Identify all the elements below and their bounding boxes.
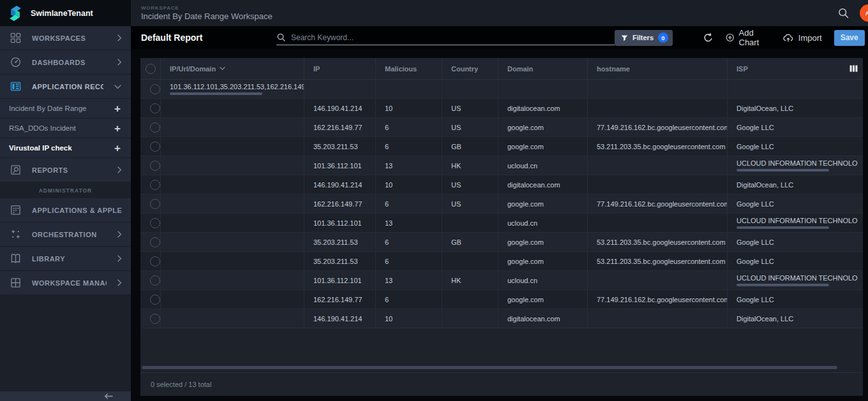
cell-text: 35.203.211.53 [313, 143, 375, 150]
add-record-icon[interactable]: + [114, 143, 121, 154]
row-checkbox[interactable] [150, 275, 160, 286]
select-all-checkbox[interactable] [146, 64, 156, 74]
cell-text: 162.216.149.77 [313, 200, 375, 208]
table-row[interactable]: 162.216.149.776USgoogle.com77.149.216.16… [140, 194, 863, 214]
sidebar-record-item[interactable]: Virustoal IP check+ [0, 138, 131, 158]
row-checkbox[interactable] [150, 314, 160, 324]
add-record-icon[interactable]: + [114, 103, 121, 114]
table-cell: Google LLC [728, 290, 863, 309]
sidebar-record-item[interactable]: Incident By Date Range+ [0, 99, 131, 119]
tenant-name: SwimlaneTenant [31, 9, 93, 18]
column-header[interactable]: Domain [498, 58, 588, 79]
table-cell [161, 271, 304, 289]
cell-text: US [451, 124, 498, 131]
sidebar-collapse-bar[interactable] [0, 391, 131, 401]
row-select-cell [140, 194, 161, 213]
cell-text: Google LLC [737, 200, 858, 208]
row-checkbox[interactable] [150, 199, 160, 209]
sidebar-item-workspace-management[interactable]: WORKSPACE MANAGEMENT [0, 271, 131, 295]
add-chart-button[interactable]: Add Chart [726, 28, 770, 47]
add-chart-label: Add Chart [739, 28, 770, 47]
sidebar-item-workspaces[interactable]: WORKSPACES [0, 26, 131, 50]
table-cell: 146.190.41.214 [304, 175, 376, 194]
table-row[interactable]: 101.36.112.10113ucloud.cnUCLOUD INFORMAT… [140, 214, 863, 233]
column-header[interactable]: Country [442, 58, 498, 79]
sidebar-item-orchestration[interactable]: ORCHESTRATION [0, 222, 131, 247]
column-header-label: hostname [597, 65, 630, 73]
table-cell: US [442, 175, 498, 194]
horizontal-scrollbar[interactable] [142, 366, 837, 369]
table-row[interactable]: 101.36.112.10113HKucloud.cnUCLOUD INFORM… [140, 271, 863, 290]
cell-text: US [451, 105, 498, 112]
column-picker-icon[interactable] [849, 65, 858, 72]
cell-text: UCLOUD INFORMATION TECHNOLOG [737, 159, 858, 167]
import-button[interactable]: Import [782, 33, 822, 43]
cell-text: 101.36.112.101 [313, 219, 375, 227]
cell-overflow-scrollbar[interactable] [170, 92, 262, 95]
table-cell [161, 252, 304, 270]
table-row[interactable]: 146.190.41.21410USdigitalocean.comDigita… [140, 99, 863, 118]
table-row[interactable]: 162.216.149.776google.com77.149.216.162.… [140, 290, 863, 309]
column-header[interactable]: ISP [728, 58, 863, 79]
row-checkbox[interactable] [150, 218, 160, 228]
row-checkbox[interactable] [150, 161, 160, 171]
column-header[interactable]: IP/Url/Domain [161, 58, 304, 79]
table-row[interactable]: 146.190.41.21410digitalocean.comDigitalO… [140, 309, 863, 328]
table-row[interactable]: 146.190.41.21410USdigitalocean.comDigita… [140, 175, 863, 194]
search-keyword-input[interactable] [291, 33, 615, 42]
row-checkbox[interactable] [150, 103, 160, 113]
cell-text: digitalocean.com [507, 315, 587, 323]
cell-text: 6 [385, 238, 442, 246]
cell-text: DigitalOcean, LLC [737, 181, 858, 189]
table-row[interactable]: 162.216.149.776USgoogle.com77.149.216.16… [140, 118, 863, 137]
row-checkbox[interactable] [150, 122, 160, 133]
sidebar-item-library[interactable]: LIBRARY [0, 247, 131, 271]
column-header[interactable]: IP [304, 58, 376, 79]
table-cell: 53.211.203.35.bc.googleusercontent.com [588, 252, 728, 270]
row-checkbox[interactable] [150, 256, 160, 266]
user-avatar[interactable]: AI [860, 4, 868, 22]
cell-text: 146.190.41.214 [313, 315, 375, 323]
refresh-button[interactable] [703, 33, 714, 43]
cell-text: google.com [507, 124, 587, 131]
table-row[interactable]: 101.36.112.101,35.203.211.53,162.216.149… [140, 80, 863, 99]
table-cell: 101.36.112.101,35.203.211.53,162.216.149… [161, 80, 304, 98]
add-record-icon[interactable]: + [114, 123, 121, 134]
table-cell: GB [442, 233, 498, 251]
global-search-icon[interactable] [837, 7, 849, 19]
row-checkbox[interactable] [150, 295, 160, 305]
table-row[interactable]: 101.36.112.10113HKucloud.cnUCLOUD INFORM… [140, 156, 863, 175]
row-checkbox[interactable] [150, 84, 160, 94]
table-cell [442, 309, 498, 328]
sidebar-item-reports[interactable]: REPORTS [0, 158, 131, 182]
column-header-label: Domain [507, 65, 533, 73]
cell-overflow-scrollbar[interactable] [737, 226, 829, 229]
save-button[interactable]: Save [834, 30, 865, 46]
sidebar-item-applications-applets[interactable]: APPLICATIONS & APPLETS [0, 198, 131, 222]
row-checkbox[interactable] [150, 142, 160, 152]
sidebar-item-application-records[interactable]: APPLICATION RECORDS [0, 75, 131, 99]
cell-overflow-scrollbar[interactable] [737, 169, 829, 171]
filters-button[interactable]: Filters 0 [615, 30, 673, 46]
chevron-right-icon [117, 166, 122, 174]
table-header-row: IP/Url/DomainIPMaliciousCountryDomainhos… [140, 58, 863, 80]
row-checkbox[interactable] [150, 237, 160, 247]
row-checkbox[interactable] [150, 180, 160, 190]
table-cell [588, 271, 728, 289]
sidebar-record-item[interactable]: RSA_DDOs Incident+ [0, 119, 131, 138]
column-header[interactable]: hostname [588, 58, 728, 79]
table-row[interactable]: 35.203.211.536GBgoogle.com53.211.203.35.… [140, 233, 863, 252]
table-cell [498, 80, 588, 98]
collapse-arrow-left-icon [104, 393, 113, 399]
cell-overflow-scrollbar[interactable] [737, 284, 829, 286]
table-cell: digitalocean.com [498, 99, 588, 117]
cell-text: 10 [385, 181, 442, 189]
workspaces-icon [9, 32, 22, 45]
table-row[interactable]: 35.203.211.536GBgoogle.com53.211.203.35.… [140, 137, 863, 156]
cell-text: Google LLC [737, 296, 858, 303]
table-row[interactable]: 35.203.211.536google.com53.211.203.35.bc… [140, 252, 863, 271]
cell-text: HK [451, 277, 498, 284]
column-header[interactable]: Malicious [376, 58, 442, 79]
sidebar-item-dashboards[interactable]: DASHBOARDS [0, 50, 131, 75]
sidebar-item-label: LIBRARY [32, 255, 107, 263]
